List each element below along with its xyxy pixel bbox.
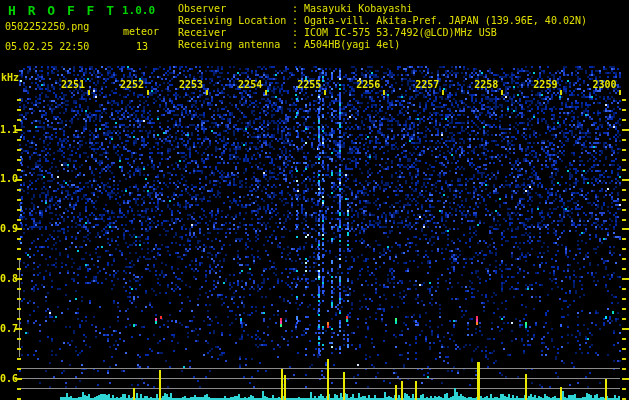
- freq-label: 0.8: [0, 273, 15, 284]
- freq-tick-right: [622, 358, 626, 360]
- freq-tick-left: [17, 298, 21, 300]
- freq-tick-right: [622, 179, 629, 181]
- time-minute-tick: [265, 90, 267, 95]
- freq-tick-right: [622, 338, 626, 340]
- hrofft-window: H R O F F T 1.0.0 0502252250.png meteor …: [0, 0, 629, 400]
- freq-tick-left: [15, 179, 22, 181]
- freq-unit-label: kHz: [1, 72, 19, 83]
- time-label: 2254: [235, 79, 265, 90]
- freq-tick-right: [622, 348, 626, 350]
- time-minute-tick: [206, 90, 208, 95]
- freq-label: 0.7: [0, 323, 15, 334]
- freq-tick-left: [17, 308, 21, 310]
- info-label: Receiver: [178, 27, 292, 39]
- time-minute-tick: [560, 90, 562, 95]
- freq-tick-left: [17, 238, 21, 240]
- info-label: Observer: [178, 3, 292, 15]
- freq-tick-left: [17, 318, 21, 320]
- info-separator: :: [292, 3, 304, 15]
- freq-tick-left: [17, 149, 21, 151]
- time-minute-tick: [619, 90, 621, 95]
- info-value: A504HB(yagi 4el): [304, 39, 400, 51]
- time-minute-tick: [324, 90, 326, 95]
- freq-tick-right: [622, 149, 626, 151]
- freq-tick-left: [17, 139, 21, 141]
- time-label: 2257: [412, 79, 442, 90]
- info-value: Ogata-vill. Akita-Pref. JAPAN (139.96E, …: [304, 15, 587, 27]
- info-value: ICOM IC-575 53.7492(@LCD)MHz USB: [304, 27, 497, 39]
- info-label: Receiving Location: [178, 15, 292, 27]
- freq-tick-right: [622, 328, 629, 330]
- freq-tick-right: [622, 199, 626, 201]
- freq-tick-left: [17, 288, 21, 290]
- freq-tick-right: [622, 219, 626, 221]
- filename: 0502252250.png: [5, 21, 89, 32]
- freq-tick-right: [622, 268, 626, 270]
- freq-label: 0.6: [0, 373, 15, 384]
- time-minute-tick: [442, 90, 444, 95]
- freq-tick-left: [15, 228, 22, 230]
- time-label: 2252: [117, 79, 147, 90]
- freq-tick-right: [622, 378, 629, 380]
- freq-tick-right: [622, 288, 626, 290]
- freq-tick-left: [17, 159, 21, 161]
- freq-tick-right: [622, 298, 626, 300]
- freq-tick-right: [622, 189, 626, 191]
- freq-tick-left: [15, 328, 22, 330]
- freq-tick-left: [17, 99, 21, 101]
- station-info-row: Receiving Location: Ogata-vill. Akita-Pr…: [178, 15, 587, 27]
- freq-label: 0.9: [0, 223, 15, 234]
- info-value: Masayuki Kobayashi: [304, 3, 412, 15]
- info-separator: :: [292, 27, 304, 39]
- freq-tick-left: [17, 248, 21, 250]
- station-info-row: Observer: Masayuki Kobayashi: [178, 3, 587, 15]
- freq-label: 1.1: [0, 124, 15, 135]
- time-label: 2258: [471, 79, 501, 90]
- datetime: 05.02.25 22:50: [5, 41, 89, 52]
- time-minute-tick: [147, 90, 149, 95]
- freq-tick-right: [622, 258, 626, 260]
- freq-tick-left: [17, 119, 21, 121]
- freq-tick-right: [622, 139, 626, 141]
- freq-tick-left: [17, 348, 21, 350]
- freq-tick-right: [622, 388, 626, 390]
- spectrogram-canvas: [0, 0, 629, 400]
- freq-tick-left: [17, 258, 21, 260]
- freq-tick-right: [622, 209, 626, 211]
- station-info-row: Receiving antenna: A504HB(yagi 4el): [178, 39, 587, 51]
- freq-tick-left: [17, 358, 21, 360]
- freq-tick-left: [17, 388, 21, 390]
- freq-tick-left: [17, 268, 21, 270]
- info-separator: :: [292, 39, 304, 51]
- meteor-count: 13: [136, 41, 148, 52]
- freq-tick-right: [622, 308, 626, 310]
- freq-tick-left: [15, 378, 22, 380]
- time-label: 2300: [589, 79, 619, 90]
- freq-tick-right: [622, 119, 626, 121]
- time-label: 2259: [530, 79, 560, 90]
- freq-tick-left: [17, 209, 21, 211]
- freq-tick-left: [17, 398, 21, 400]
- freq-tick-right: [622, 228, 629, 230]
- time-minute-tick: [501, 90, 503, 95]
- app-title: H R O F F T: [8, 3, 116, 18]
- freq-label: 1.0: [0, 173, 15, 184]
- freq-tick-left: [17, 219, 21, 221]
- info-label: Receiving antenna: [178, 39, 292, 51]
- freq-tick-right: [622, 129, 629, 131]
- freq-tick-left: [17, 338, 21, 340]
- freq-tick-right: [622, 99, 626, 101]
- time-label: 2256: [353, 79, 383, 90]
- freq-tick-right: [622, 238, 626, 240]
- mode-label: meteor: [123, 26, 159, 37]
- time-label: 2251: [58, 79, 88, 90]
- freq-tick-right: [622, 159, 626, 161]
- time-label: 2253: [176, 79, 206, 90]
- station-info: Observer: Masayuki KobayashiReceiving Lo…: [178, 3, 587, 51]
- app-version: 1.0.0: [122, 4, 155, 17]
- time-minute-tick: [383, 90, 385, 95]
- freq-tick-left: [17, 189, 21, 191]
- freq-tick-right: [622, 169, 626, 171]
- freq-tick-right: [622, 248, 626, 250]
- freq-tick-right: [622, 109, 626, 111]
